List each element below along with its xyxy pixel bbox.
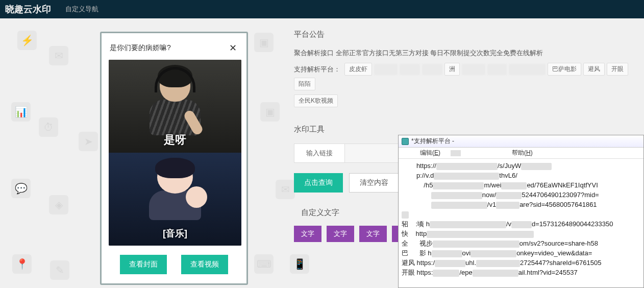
platforms-label: 支持解析平台： <box>294 65 340 74</box>
notepad-line: 开眼 https:/epeail.html?vid=245537 <box>402 268 640 277</box>
notepad-title-text: *支持解析平台 - <box>411 137 454 146</box>
brand-logo: 晓趣云水印 <box>5 3 51 15</box>
platform-tag[interactable]: 避风 <box>583 63 605 76</box>
query-button[interactable]: 点击查询 <box>294 173 343 193</box>
platform-tag[interactable]: 陌陌 <box>294 78 315 90</box>
close-icon[interactable]: ✕ <box>227 42 238 54</box>
notepad-line: https:///s/JuyW <box>402 161 640 171</box>
clear-button[interactable]: 清空内容 <box>349 173 399 193</box>
platform-tag-blurred[interactable] <box>487 64 507 75</box>
modal-header: 是你们要的病娇嘛? ✕ <box>109 38 239 60</box>
view-cover-button[interactable]: 查看封面 <box>120 255 167 274</box>
notepad-line: 轺 :顷 h/vd=15731264890044233350 <box>402 219 640 229</box>
preview-top-frame: 是呀 <box>109 60 241 153</box>
platform-tag[interactable]: 巴萨电影 <box>548 63 581 76</box>
platform-tag[interactable]: 皮皮虾 <box>344 63 372 76</box>
platform-tag-blurred[interactable] <box>509 64 546 75</box>
preview-modal: 是你们要的病娇嘛? ✕ 是呀 [音乐] 查看 <box>100 32 248 285</box>
modal-buttons: 查看封面 查看视频 <box>109 255 239 274</box>
notepad-line: now/5244706490123097?mid= <box>402 190 640 200</box>
notepad-line: p://v.dthvL6/ <box>402 171 640 180</box>
notepad-menubar: 编辑(E) 帮助(H) <box>399 148 643 159</box>
notepad-content[interactable]: https:///s/JuyW p://v.dthvL6/ /h5m/weied… <box>399 159 643 279</box>
notepad-line: 巴 影 hovionkey=video_view&data= <box>402 248 640 258</box>
url-input-label: 输入链接 <box>294 143 345 163</box>
modal-title: 是你们要的病娇嘛? <box>110 43 171 53</box>
menu-edit[interactable]: 编辑(E) <box>420 149 440 157</box>
notepad-titlebar[interactable]: *支持解析平台 - <box>399 135 643 148</box>
top-navbar: 晓趣云水印 自定义导航 <box>0 0 644 18</box>
video-preview: 是呀 [音乐] <box>109 60 241 246</box>
announce-title: 平台公告 <box>294 30 644 39</box>
tools-title: 水印工具 <box>294 125 644 134</box>
platform-tag-blurred[interactable] <box>422 64 442 75</box>
text-button[interactable]: 文字 <box>359 226 387 242</box>
platform-tag-blurred[interactable] <box>400 64 420 75</box>
notepad-line: /v1are?sid=45680057641861 <box>402 200 640 209</box>
nav-custom[interactable]: 自定义导航 <box>61 5 103 14</box>
video-caption-bottom: [音乐] <box>109 227 241 239</box>
platform-tag[interactable]: 全民K歌视频 <box>294 94 338 107</box>
video-caption-top: 是呀 <box>109 132 241 148</box>
platform-tag-blurred[interactable] <box>462 64 485 75</box>
announce-text: 聚合解析接口 全部正常官方接口无第三方对接 每日不限制提交次数完全免费在线解析 <box>294 49 644 58</box>
view-video-button[interactable]: 查看视频 <box>181 255 228 274</box>
platform-tag-blurred[interactable] <box>374 64 398 75</box>
platforms-row-1: 支持解析平台： 皮皮虾 洲 巴萨电影 避风 开眼 陌陌 <box>294 63 644 90</box>
notepad-line: 全 视步om/sv2?source=share-h58 <box>402 238 640 248</box>
notepad-line: 避风 https:/uhl.2725447?shareId=6761505 <box>402 258 640 268</box>
text-button[interactable]: 文字 <box>327 226 354 242</box>
notepad-line: /h5m/weied/76EaWNkEF1IqtfYVI <box>402 180 640 190</box>
preview-bottom-frame: [音乐] <box>109 153 241 246</box>
platforms-row-2: 全民K歌视频 <box>294 94 644 107</box>
text-button[interactable]: 文字 <box>294 226 321 242</box>
platform-tag[interactable]: 洲 <box>444 63 460 76</box>
notepad-window: *支持解析平台 - 编辑(E) 帮助(H) https:///s/JuyW p:… <box>398 135 644 288</box>
notepad-line: 快 http <box>402 229 640 238</box>
notepad-line <box>402 209 640 219</box>
notepad-icon <box>402 138 409 145</box>
platform-tag[interactable]: 开眼 <box>607 63 628 76</box>
menu-help[interactable]: 帮助(H) <box>512 149 533 157</box>
